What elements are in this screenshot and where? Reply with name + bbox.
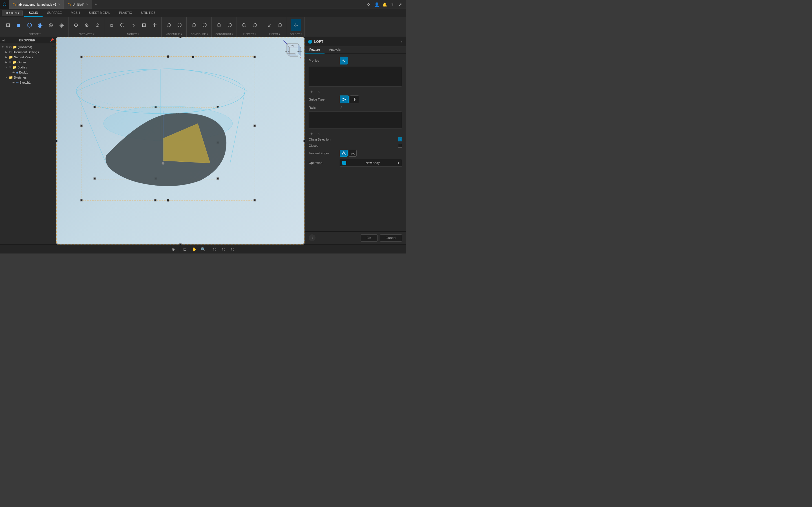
viewport[interactable]: Top FRONT RIGHT Z X (56, 37, 305, 244)
tab-plastic[interactable]: PLASTIC (114, 9, 137, 17)
loft-button[interactable]: ◈ (56, 19, 66, 31)
chain-selection-checkbox[interactable]: ✓ (398, 137, 402, 142)
doc-expand-arrow[interactable]: ▶ (4, 51, 8, 54)
display-mode-3-button[interactable]: ⬡ (229, 246, 237, 252)
display-mode-2-button[interactable]: ⬡ (220, 246, 227, 252)
design-dropdown-button[interactable]: DESIGN ▾ (2, 10, 22, 16)
named-views-expand-arrow[interactable]: ▶ (4, 56, 8, 59)
display-mode-1-button[interactable]: ⬡ (211, 246, 218, 252)
modify-btn-5[interactable]: ✛ (149, 19, 160, 31)
guide-type-rails-button[interactable] (340, 96, 349, 103)
profiles-remove-button[interactable]: × (316, 89, 322, 94)
loft-ok-button[interactable]: OK (361, 234, 377, 242)
configure-btn-2[interactable]: ⬡ (200, 19, 210, 31)
loft-expand-button[interactable]: » (401, 40, 403, 44)
assemble-group-items: ⬡ ⬡ (164, 18, 185, 32)
bodies-visibility-icon[interactable]: 👁 (9, 66, 11, 69)
insert-btn-2[interactable]: ⬡ (275, 19, 285, 31)
inspect-btn-2[interactable]: ⬡ (250, 19, 260, 31)
loft-tab-feature[interactable]: Feature (305, 46, 324, 54)
origin-expand-arrow[interactable]: ▶ (4, 61, 8, 64)
closed-checkbox[interactable] (398, 144, 402, 148)
viewcube[interactable]: Top FRONT RIGHT Z X (280, 40, 302, 62)
profiles-add-button[interactable]: + (309, 89, 314, 94)
tree-item-named-views[interactable]: ▶ 📁 Named Views (0, 55, 56, 60)
svg-line-34 (284, 41, 287, 44)
profiles-area[interactable] (309, 67, 402, 87)
modify-btn-1[interactable]: ⧈ (107, 19, 117, 31)
box-button[interactable]: ■ (13, 19, 24, 31)
bodies-expand-arrow[interactable]: ▼ (4, 66, 8, 69)
operation-dropdown[interactable]: New Body ▾ (340, 159, 402, 167)
tab-mesh[interactable]: MESH (66, 9, 84, 17)
modify-btn-4[interactable]: ⊞ (139, 19, 149, 31)
app-icon[interactable]: ⬡ (0, 0, 9, 9)
configure-btn-1[interactable]: ⬡ (189, 19, 199, 31)
tab-sheet-metal[interactable]: SHEET METAL (84, 9, 114, 17)
new-tab-button[interactable]: + (92, 0, 100, 9)
cylinder-button[interactable]: ⬡ (24, 19, 35, 31)
closed-row: Closed (309, 144, 402, 148)
help-button[interactable]: ? (389, 1, 396, 8)
expand-button[interactable]: ⤢ (397, 1, 404, 8)
user-button[interactable]: 👤 (373, 1, 380, 8)
root-options-icon[interactable]: ⚙ (9, 45, 12, 49)
loft-icon: ◈ (59, 22, 64, 28)
design-dropdown-arrow-icon: ▾ (18, 11, 19, 15)
refresh-button[interactable]: ⟳ (365, 1, 372, 8)
tab-utilities[interactable]: UTILITIES (137, 9, 160, 17)
tab-close-icon[interactable]: ✕ (58, 3, 60, 6)
new-component-button[interactable]: ⊞ (3, 19, 13, 31)
assemble-btn-2[interactable]: ⬡ (174, 19, 185, 31)
automate-btn-2[interactable]: ⊗ (82, 19, 92, 31)
root-menu-icon[interactable]: ⋯ (52, 45, 55, 49)
construct-btn-1[interactable]: ⬡ (214, 19, 224, 31)
zoom-tool-button[interactable]: 🔍 (199, 246, 207, 252)
inspect-btn-1[interactable]: ⬡ (239, 19, 249, 31)
capture-tool-button[interactable]: ⊡ (181, 246, 189, 252)
select-btn-1[interactable]: ⊹ (291, 19, 301, 31)
loft-cancel-button[interactable]: Cancel (380, 234, 402, 242)
tab-solid[interactable]: SOLID (24, 9, 43, 17)
rails-area[interactable] (309, 112, 402, 128)
sketch1-visibility-icon[interactable]: 👁 (12, 81, 15, 84)
tree-item-sketches[interactable]: ▼ 📁 Sketches (0, 75, 56, 80)
automate-btn-1[interactable]: ⊕ (71, 19, 81, 31)
sketches-expand-arrow[interactable]: ▼ (4, 76, 8, 79)
modify-btn-3[interactable]: ⟐ (128, 19, 138, 31)
tab-lampshade[interactable]: ⬡ fab academy- lampshade v1 ✕ (9, 0, 64, 9)
rails-remove-button[interactable]: × (316, 131, 322, 136)
tangent-edges-smooth-button[interactable] (349, 150, 357, 157)
tree-item-bodies[interactable]: ▼ 👁 📁 Bodies (0, 65, 56, 70)
tab-close-2-icon[interactable]: ✕ (86, 3, 88, 6)
loft-tab-analysis[interactable]: Analysis (324, 46, 345, 54)
automate-btn-3[interactable]: ⊘ (92, 19, 102, 31)
assemble-btn-1[interactable]: ⬡ (164, 19, 174, 31)
tree-item-doc-settings[interactable]: ▶ ⚙ Document Settings (0, 50, 56, 55)
rails-add-button[interactable]: + (309, 131, 314, 136)
tangent-edges-sharp-button[interactable] (340, 150, 348, 157)
notifications-button[interactable]: 🔔 (381, 1, 388, 8)
snap-tool-button[interactable]: ⊕ (169, 246, 177, 252)
tab-surface[interactable]: SURFACE (43, 9, 66, 17)
root-expand-arrow[interactable]: ▼ (1, 46, 4, 48)
insert-btn-1[interactable]: ↙ (264, 19, 274, 31)
profiles-selector-button[interactable]: ↖ (340, 57, 348, 64)
tab-untitled[interactable]: ⬡ Untitled* ✕ (64, 0, 92, 9)
origin-visibility-icon[interactable]: 👁 (9, 61, 11, 64)
guide-type-centerline-button[interactable] (350, 96, 359, 103)
sphere-button[interactable]: ◉ (35, 19, 45, 31)
modify-btn-2[interactable]: ⬡ (117, 19, 128, 31)
tree-item-body1[interactable]: 👁 ◈ Body1 (0, 70, 56, 75)
tree-item-root[interactable]: ▼ 👁 ⚙ 📁 (Unsaved) ⋯ (0, 45, 56, 50)
tree-item-origin[interactable]: ▶ 👁 📁 Origin (0, 60, 56, 65)
operation-value: New Body (365, 161, 379, 165)
body1-visibility-icon[interactable]: 👁 (12, 71, 15, 74)
tree-item-sketch1[interactable]: 👁 ✏ Sketch1 (0, 80, 56, 85)
pan-tool-button[interactable]: ✋ (190, 246, 198, 252)
construct-btn-2[interactable]: ⬡ (225, 19, 235, 31)
loft-info-button[interactable]: ℹ (309, 234, 315, 241)
root-visibility-icon[interactable]: 👁 (5, 46, 8, 49)
browser-pin-icon[interactable]: 📌 (50, 38, 54, 42)
torus-button[interactable]: ⊕ (46, 19, 56, 31)
